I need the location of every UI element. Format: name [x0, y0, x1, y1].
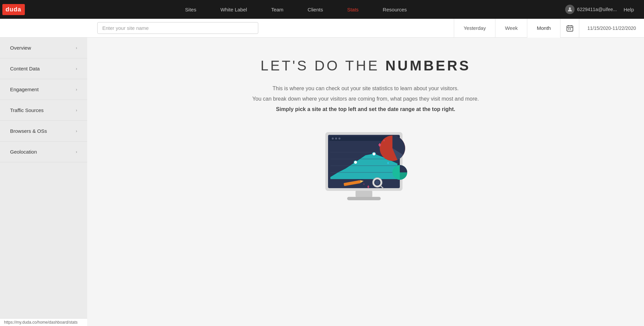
hero-desc-line3: Simply pick a site at the top left and s… — [252, 105, 479, 114]
chevron-right-icon: › — [76, 46, 77, 50]
help-link[interactable]: Help — [624, 7, 634, 12]
nav-team[interactable]: Team — [259, 0, 296, 19]
hero-desc-line2: You can break down where your visitors a… — [252, 94, 479, 103]
main-content: LET'S DO THE NUMBERS This is where you c… — [87, 38, 644, 326]
sidebar-item-overview[interactable]: Overview › — [0, 38, 87, 58]
yesterday-filter[interactable]: Yesterday — [454, 19, 495, 38]
svg-point-13 — [354, 161, 357, 164]
nav-resources[interactable]: Resources — [371, 0, 419, 19]
site-search-input[interactable] — [97, 22, 258, 34]
illustration-svg — [312, 125, 419, 213]
chevron-right-icon: › — [76, 66, 77, 71]
sidebar-label-content-data: Content Data — [10, 66, 40, 71]
status-url: https://my.duda.co/home/dashboard/stats — [4, 320, 77, 325]
sidebar-item-engagement[interactable]: Engagement › — [0, 79, 87, 100]
sidebar-label-overview: Overview — [10, 45, 31, 51]
svg-point-20 — [332, 138, 334, 140]
hero-title-light: LET'S DO THE — [261, 58, 385, 73]
nav-clients[interactable]: Clients — [296, 0, 335, 19]
hero-desc-line1: This is where you can check out your sit… — [252, 84, 479, 93]
hero-description: This is where you can check out your sit… — [252, 84, 479, 115]
svg-rect-6 — [570, 29, 571, 30]
sidebar-item-traffic-sources[interactable]: Traffic Sources › — [0, 100, 87, 121]
logo-area: duda — [0, 4, 27, 15]
hero-title-bold: NUMBERS — [385, 58, 471, 73]
calendar-icon — [566, 24, 574, 32]
sidebar-label-browsers-oss: Browsers & OSs — [10, 128, 47, 134]
chevron-right-icon: › — [76, 129, 77, 133]
secondary-header: Yesterday Week Month 11/15/2020-11/22/20… — [0, 19, 644, 38]
nav-white-label[interactable]: White Label — [208, 0, 259, 19]
status-bar: https://my.duda.co/home/dashboard/stats — [0, 318, 87, 326]
date-range-display[interactable]: 11/15/2020-11/22/2020 — [579, 19, 644, 38]
top-navigation: duda Sites White Label Team Clients Stat… — [0, 0, 644, 19]
svg-point-22 — [338, 138, 340, 140]
search-wrap — [87, 22, 454, 34]
svg-point-21 — [335, 138, 337, 140]
stats-illustration — [312, 125, 419, 213]
sidebar-label-geolocation: Geolocation — [10, 149, 37, 155]
chevron-right-icon: › — [76, 87, 77, 92]
svg-point-14 — [372, 152, 376, 156]
chevron-right-icon: › — [76, 108, 77, 113]
hero-title: LET'S DO THE NUMBERS — [261, 58, 471, 74]
user-account[interactable]: 6229411a@uifee... — [565, 5, 617, 14]
svg-point-32 — [375, 180, 380, 185]
month-filter[interactable]: Month — [527, 19, 560, 38]
nav-links: Sites White Label Team Clients Stats Res… — [27, 0, 565, 19]
sidebar-label-engagement: Engagement — [10, 87, 39, 92]
user-avatar-icon — [565, 5, 575, 14]
nav-stats[interactable]: Stats — [335, 0, 371, 19]
sidebar-label-traffic-sources: Traffic Sources — [10, 107, 44, 113]
main-layout: Overview › Content Data › Engagement › T… — [0, 38, 644, 326]
chevron-right-icon: › — [76, 150, 77, 154]
user-email: 6229411a@uifee... — [577, 7, 617, 12]
calendar-picker-button[interactable] — [560, 19, 579, 38]
svg-rect-10 — [347, 197, 381, 200]
logo[interactable]: duda — [2, 4, 25, 15]
sidebar-item-browsers-oss[interactable]: Browsers & OSs › — [0, 121, 87, 142]
date-filter-area: Yesterday Week Month 11/15/2020-11/22/20… — [454, 19, 644, 37]
sidebar-item-content-data[interactable]: Content Data › — [0, 58, 87, 79]
nav-sites[interactable]: Sites — [173, 0, 208, 19]
svg-rect-5 — [568, 29, 569, 30]
sidebar-item-geolocation[interactable]: Geolocation › — [0, 142, 87, 162]
nav-right: 6229411a@uifee... Help — [565, 5, 644, 14]
week-filter[interactable]: Week — [495, 19, 527, 38]
svg-rect-9 — [356, 191, 372, 197]
sidebar: Overview › Content Data › Engagement › T… — [0, 38, 87, 326]
svg-point-0 — [569, 7, 571, 9]
